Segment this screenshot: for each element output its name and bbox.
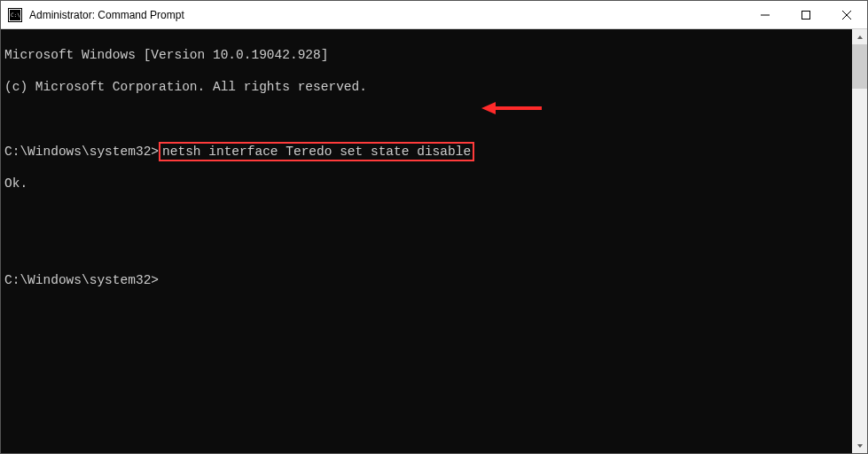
maximize-button[interactable] xyxy=(786,1,826,28)
scroll-down-button[interactable] xyxy=(852,438,867,453)
blank-line-3 xyxy=(4,240,864,256)
window-title: Administrator: Command Prompt xyxy=(29,9,745,21)
response-line: Ok. xyxy=(4,176,864,192)
scroll-up-button[interactable] xyxy=(852,29,867,44)
minimize-button[interactable] xyxy=(745,1,786,28)
svg-marker-10 xyxy=(857,35,863,39)
command-line-1: C:\Windows\system32>netsh interface Tere… xyxy=(4,144,864,160)
svg-text:C:\: C:\ xyxy=(11,12,20,18)
command-line-2: C:\Windows\system32> xyxy=(4,272,864,288)
copyright-line: (c) Microsoft Corporation. All rights re… xyxy=(4,79,864,95)
titlebar[interactable]: C:\ Administrator: Command Prompt xyxy=(1,1,867,29)
terminal-content: Microsoft Windows [Version 10.0.19042.92… xyxy=(1,29,867,322)
scrollbar-thumb[interactable] xyxy=(852,44,867,89)
vertical-scrollbar[interactable] xyxy=(852,29,867,453)
cmd-icon: C:\ xyxy=(8,8,22,22)
blank-line xyxy=(4,112,864,128)
close-button[interactable] xyxy=(826,1,867,28)
svg-rect-5 xyxy=(802,11,810,19)
terminal[interactable]: Microsoft Windows [Version 10.0.19042.92… xyxy=(1,29,867,453)
blank-line-2 xyxy=(4,207,864,223)
svg-marker-11 xyxy=(857,444,863,448)
version-line: Microsoft Windows [Version 10.0.19042.92… xyxy=(4,47,864,63)
command-prompt-window: C:\ Administrator: Command Prompt Micros… xyxy=(0,0,868,454)
window-controls xyxy=(745,1,867,28)
prompt-prefix: C:\Windows\system32> xyxy=(4,145,159,159)
highlighted-command: netsh interface Teredo set state disable xyxy=(159,142,474,161)
